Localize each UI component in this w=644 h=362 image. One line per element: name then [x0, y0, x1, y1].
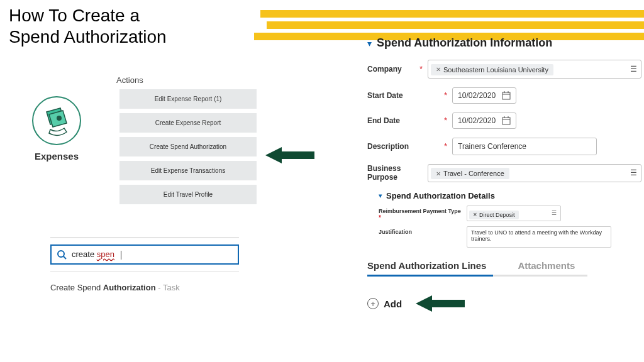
yellow-bar [260, 10, 644, 18]
action-create-spend-authorization[interactable]: Create Spend Authorization [119, 137, 257, 156]
tab-lines[interactable]: Spend Authorization Lines [367, 260, 486, 275]
list-icon[interactable]: ☰ [630, 65, 637, 74]
purpose-field[interactable]: ✕Travel - Conference ☰ [428, 164, 641, 183]
svg-line-4 [64, 256, 66, 259]
remove-icon[interactable]: ✕ [436, 66, 441, 73]
svg-marker-2 [265, 147, 314, 163]
tab-attachments[interactable]: Attachments [518, 260, 575, 275]
list-icon[interactable]: ☰ [552, 210, 557, 216]
purpose-label: Business Purpose [367, 164, 418, 182]
description-label: Description [367, 142, 443, 151]
yellow-bar [267, 21, 644, 29]
search-input[interactable]: create spen [50, 244, 239, 265]
purpose-chip[interactable]: ✕Travel - Conference [431, 168, 509, 179]
company-chip[interactable]: ✕Southeastern Louisiana University [431, 64, 553, 75]
svg-rect-9 [502, 118, 510, 124]
required-mark: * [444, 116, 447, 125]
divider [50, 271, 239, 272]
add-button[interactable]: Add [384, 299, 402, 309]
chevron-down-icon: ▾ [379, 192, 382, 200]
svg-marker-13 [416, 295, 465, 312]
calendar-icon [502, 116, 511, 125]
calendar-icon [502, 91, 511, 100]
justification-field[interactable]: Travel to UNO to attend a meeting with t… [467, 226, 611, 248]
search-result[interactable]: Create Spend Authorization - Task [50, 283, 239, 292]
start-date-label: Start Date [367, 91, 443, 100]
svg-rect-5 [502, 92, 510, 99]
reimbursement-chip[interactable]: ✕Direct Deposit [469, 211, 519, 219]
section-title: Spend Authorization Information [377, 36, 552, 50]
list-icon[interactable]: ☰ [630, 168, 637, 177]
company-field[interactable]: ✕Southeastern Louisiana University ☰ [428, 60, 641, 79]
actions-list: Edit Expense Report (1) Create Expense R… [119, 89, 257, 204]
action-create-expense-report[interactable]: Create Expense Report [119, 113, 257, 133]
required-mark: * [444, 141, 447, 151]
remove-icon[interactable]: ✕ [436, 170, 441, 177]
justification-label: Justification [379, 226, 467, 235]
search-value: create spen [72, 250, 121, 260]
action-edit-travel-profile[interactable]: Edit Travel Profile [119, 185, 257, 204]
company-label: Company [367, 65, 418, 74]
reimbursement-field[interactable]: ✕Direct Deposit ☰ [467, 206, 561, 221]
action-edit-expense-report[interactable]: Edit Expense Report (1) [119, 89, 257, 109]
svg-point-1 [57, 116, 62, 121]
start-date-field[interactable]: 10/02/2020 [452, 87, 516, 104]
tab-indicator [367, 275, 587, 277]
description-field[interactable]: Trainers Conference [452, 138, 597, 155]
search-icon [57, 250, 67, 260]
svg-point-3 [58, 251, 64, 257]
expenses-icon [31, 96, 82, 146]
title-line-1: How To Create a [9, 5, 167, 26]
add-icon[interactable]: + [367, 298, 379, 309]
chevron-down-icon: ▾ [367, 38, 372, 48]
pointer-arrow-icon [265, 146, 314, 165]
end-date-label: End Date [367, 116, 443, 125]
action-edit-expense-transactions[interactable]: Edit Expense Transactions [119, 161, 257, 180]
divider [50, 238, 239, 238]
details-title: Spend Authorization Details [386, 191, 495, 200]
reimbursement-label: Reimbursement Payment Type * [379, 206, 467, 221]
details-header[interactable]: ▾ Spend Authorization Details [379, 191, 641, 200]
required-mark: * [419, 64, 423, 74]
title-line-2: Spend Authorization [9, 26, 167, 48]
remove-icon[interactable]: ✕ [473, 212, 477, 217]
section-header[interactable]: ▾ Spend Authorization Information [367, 36, 641, 50]
end-date-field[interactable]: 10/02/2020 [452, 112, 516, 129]
expenses-label: Expenses [19, 151, 94, 162]
decorative-bars [260, 10, 644, 40]
page-title: How To Create a Spend Authorization [9, 5, 167, 47]
required-mark: * [444, 90, 447, 100]
actions-heading: Actions [116, 75, 143, 85]
pointer-arrow-icon [416, 294, 465, 313]
